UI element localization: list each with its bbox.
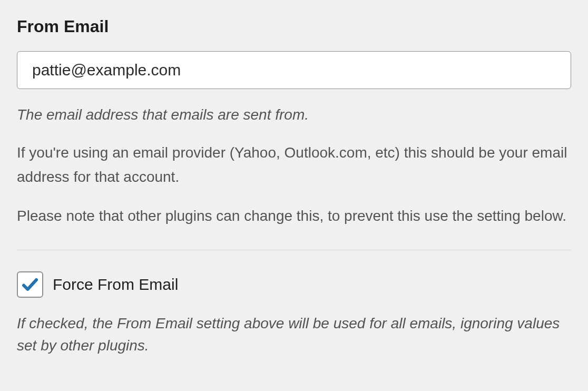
force-from-email-description: If checked, the From Email setting above… bbox=[17, 312, 571, 357]
from-email-description: The email address that emails are sent f… bbox=[17, 104, 571, 126]
from-email-input[interactable] bbox=[17, 51, 571, 89]
from-email-heading: From Email bbox=[17, 17, 571, 36]
from-email-plugin-note: Please note that other plugins can chang… bbox=[17, 204, 571, 228]
force-from-email-row: Force From Email bbox=[17, 271, 571, 298]
from-email-provider-note: If you're using an email provider (Yahoo… bbox=[17, 141, 571, 189]
force-from-email-checkbox[interactable] bbox=[17, 271, 43, 298]
section-divider bbox=[17, 250, 571, 250]
force-from-email-label: Force From Email bbox=[53, 276, 178, 294]
